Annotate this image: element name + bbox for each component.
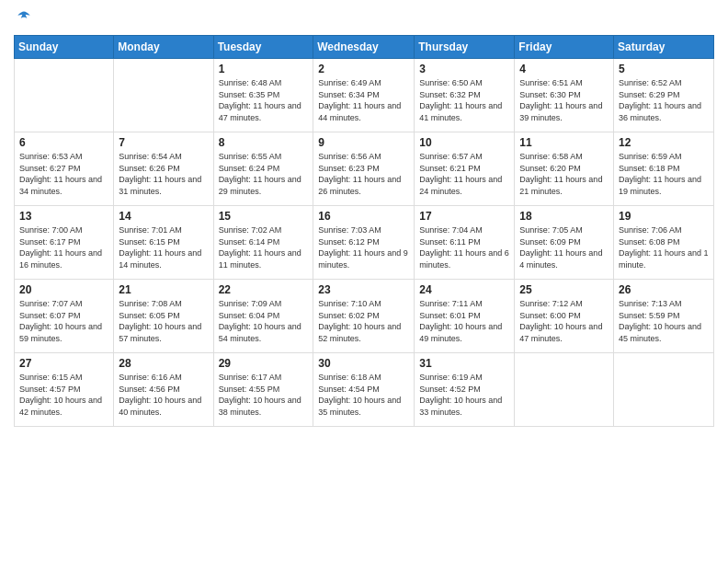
calendar-cell: 11Sunrise: 6:58 AM Sunset: 6:20 PM Dayli…	[515, 132, 614, 206]
day-info: Sunrise: 7:12 AM Sunset: 6:00 PM Dayligh…	[519, 298, 609, 344]
col-header-wednesday: Wednesday	[313, 36, 415, 59]
day-number: 14	[119, 210, 208, 223]
week-row-5: 27Sunrise: 6:15 AM Sunset: 4:57 PM Dayli…	[15, 353, 714, 427]
day-info: Sunrise: 7:01 AM Sunset: 6:15 PM Dayligh…	[119, 224, 208, 270]
day-info: Sunrise: 7:00 AM Sunset: 6:17 PM Dayligh…	[19, 224, 108, 270]
day-number: 2	[318, 63, 409, 75]
day-info: Sunrise: 7:05 AM Sunset: 6:09 PM Dayligh…	[519, 224, 609, 270]
week-row-1: 1Sunrise: 6:48 AM Sunset: 6:35 PM Daylig…	[15, 59, 714, 132]
calendar-cell: 12Sunrise: 6:59 AM Sunset: 6:18 PM Dayli…	[614, 132, 714, 206]
calendar-cell: 20Sunrise: 7:07 AM Sunset: 6:07 PM Dayli…	[15, 280, 114, 353]
calendar-cell: 18Sunrise: 7:05 AM Sunset: 6:09 PM Dayli…	[515, 206, 614, 280]
calendar-table: SundayMondayTuesdayWednesdayThursdayFrid…	[14, 35, 714, 427]
day-number: 8	[219, 136, 309, 149]
day-info: Sunrise: 7:13 AM Sunset: 5:59 PM Dayligh…	[619, 298, 709, 344]
calendar-cell: 6Sunrise: 6:53 AM Sunset: 6:27 PM Daylig…	[15, 132, 114, 206]
day-info: Sunrise: 6:16 AM Sunset: 4:56 PM Dayligh…	[119, 372, 208, 418]
day-info: Sunrise: 6:58 AM Sunset: 6:20 PM Dayligh…	[519, 151, 609, 197]
calendar-cell: 27Sunrise: 6:15 AM Sunset: 4:57 PM Dayli…	[15, 353, 114, 427]
calendar-cell: 16Sunrise: 7:03 AM Sunset: 6:12 PM Dayli…	[313, 206, 415, 280]
day-info: Sunrise: 7:11 AM Sunset: 6:01 PM Dayligh…	[419, 298, 509, 344]
day-number: 15	[219, 210, 309, 223]
day-number: 26	[619, 283, 709, 296]
day-number: 22	[219, 283, 309, 296]
day-number: 27	[19, 357, 108, 370]
col-header-friday: Friday	[515, 36, 614, 59]
day-info: Sunrise: 7:07 AM Sunset: 6:07 PM Dayligh…	[19, 298, 108, 344]
calendar-cell	[114, 59, 213, 132]
day-info: Sunrise: 6:18 AM Sunset: 4:54 PM Dayligh…	[318, 372, 409, 418]
day-number: 4	[519, 63, 609, 75]
day-info: Sunrise: 6:49 AM Sunset: 6:34 PM Dayligh…	[318, 77, 409, 123]
day-number: 6	[19, 136, 108, 149]
day-number: 21	[119, 283, 208, 296]
day-info: Sunrise: 6:52 AM Sunset: 6:29 PM Dayligh…	[619, 77, 709, 123]
calendar-cell: 22Sunrise: 7:09 AM Sunset: 6:04 PM Dayli…	[213, 280, 313, 353]
logo	[14, 9, 34, 28]
calendar-cell: 31Sunrise: 6:19 AM Sunset: 4:52 PM Dayli…	[415, 353, 515, 427]
calendar-cell: 23Sunrise: 7:10 AM Sunset: 6:02 PM Dayli…	[313, 280, 415, 353]
day-number: 9	[318, 136, 409, 149]
col-header-thursday: Thursday	[415, 36, 515, 59]
day-number: 1	[219, 63, 309, 75]
day-info: Sunrise: 6:17 AM Sunset: 4:55 PM Dayligh…	[219, 372, 309, 418]
calendar-cell: 15Sunrise: 7:02 AM Sunset: 6:14 PM Dayli…	[213, 206, 313, 280]
day-number: 31	[419, 357, 509, 370]
day-info: Sunrise: 7:02 AM Sunset: 6:14 PM Dayligh…	[219, 224, 309, 270]
day-number: 29	[219, 357, 309, 370]
logo-text	[14, 9, 34, 28]
calendar-cell: 10Sunrise: 6:57 AM Sunset: 6:21 PM Dayli…	[415, 132, 515, 206]
calendar-cell: 5Sunrise: 6:52 AM Sunset: 6:29 PM Daylig…	[614, 59, 714, 132]
day-number: 30	[318, 357, 409, 370]
col-header-monday: Monday	[114, 36, 213, 59]
day-number: 24	[419, 283, 509, 296]
header	[14, 9, 714, 28]
col-header-sunday: Sunday	[15, 36, 114, 59]
day-number: 12	[619, 136, 709, 149]
day-number: 25	[519, 283, 609, 296]
calendar-cell	[515, 353, 614, 427]
day-number: 20	[19, 283, 108, 296]
calendar-cell: 3Sunrise: 6:50 AM Sunset: 6:32 PM Daylig…	[415, 59, 515, 132]
day-number: 17	[419, 210, 509, 223]
day-info: Sunrise: 6:50 AM Sunset: 6:32 PM Dayligh…	[419, 77, 509, 123]
calendar-cell: 8Sunrise: 6:55 AM Sunset: 6:24 PM Daylig…	[213, 132, 313, 206]
day-number: 19	[619, 210, 709, 223]
day-info: Sunrise: 6:19 AM Sunset: 4:52 PM Dayligh…	[419, 372, 509, 418]
calendar-cell	[614, 353, 714, 427]
col-header-tuesday: Tuesday	[213, 36, 313, 59]
calendar-header-row: SundayMondayTuesdayWednesdayThursdayFrid…	[15, 36, 714, 59]
calendar-cell: 2Sunrise: 6:49 AM Sunset: 6:34 PM Daylig…	[313, 59, 415, 132]
calendar-cell: 29Sunrise: 6:17 AM Sunset: 4:55 PM Dayli…	[213, 353, 313, 427]
calendar-cell	[15, 59, 114, 132]
calendar-cell: 7Sunrise: 6:54 AM Sunset: 6:26 PM Daylig…	[114, 132, 213, 206]
week-row-4: 20Sunrise: 7:07 AM Sunset: 6:07 PM Dayli…	[15, 280, 714, 353]
day-info: Sunrise: 6:48 AM Sunset: 6:35 PM Dayligh…	[219, 77, 309, 123]
col-header-saturday: Saturday	[614, 36, 714, 59]
calendar-cell: 9Sunrise: 6:56 AM Sunset: 6:23 PM Daylig…	[313, 132, 415, 206]
day-number: 18	[519, 210, 609, 223]
day-number: 10	[419, 136, 509, 149]
day-info: Sunrise: 7:08 AM Sunset: 6:05 PM Dayligh…	[119, 298, 208, 344]
day-number: 3	[419, 63, 509, 75]
calendar-cell: 28Sunrise: 6:16 AM Sunset: 4:56 PM Dayli…	[114, 353, 213, 427]
calendar-cell: 21Sunrise: 7:08 AM Sunset: 6:05 PM Dayli…	[114, 280, 213, 353]
calendar-cell: 25Sunrise: 7:12 AM Sunset: 6:00 PM Dayli…	[515, 280, 614, 353]
calendar-cell: 26Sunrise: 7:13 AM Sunset: 5:59 PM Dayli…	[614, 280, 714, 353]
calendar-cell: 30Sunrise: 6:18 AM Sunset: 4:54 PM Dayli…	[313, 353, 415, 427]
day-number: 16	[318, 210, 409, 223]
day-number: 13	[19, 210, 108, 223]
day-number: 11	[519, 136, 609, 149]
calendar-cell: 14Sunrise: 7:01 AM Sunset: 6:15 PM Dayli…	[114, 206, 213, 280]
day-info: Sunrise: 7:03 AM Sunset: 6:12 PM Dayligh…	[318, 224, 409, 270]
week-row-2: 6Sunrise: 6:53 AM Sunset: 6:27 PM Daylig…	[15, 132, 714, 206]
logo-bird-icon	[15, 9, 33, 28]
day-info: Sunrise: 6:53 AM Sunset: 6:27 PM Dayligh…	[19, 151, 108, 197]
day-info: Sunrise: 7:04 AM Sunset: 6:11 PM Dayligh…	[419, 224, 509, 270]
day-info: Sunrise: 7:06 AM Sunset: 6:08 PM Dayligh…	[619, 224, 709, 270]
page: SundayMondayTuesdayWednesdayThursdayFrid…	[0, 0, 728, 563]
calendar-cell: 4Sunrise: 6:51 AM Sunset: 6:30 PM Daylig…	[515, 59, 614, 132]
day-number: 7	[119, 136, 208, 149]
day-number: 5	[619, 63, 709, 75]
week-row-3: 13Sunrise: 7:00 AM Sunset: 6:17 PM Dayli…	[15, 206, 714, 280]
